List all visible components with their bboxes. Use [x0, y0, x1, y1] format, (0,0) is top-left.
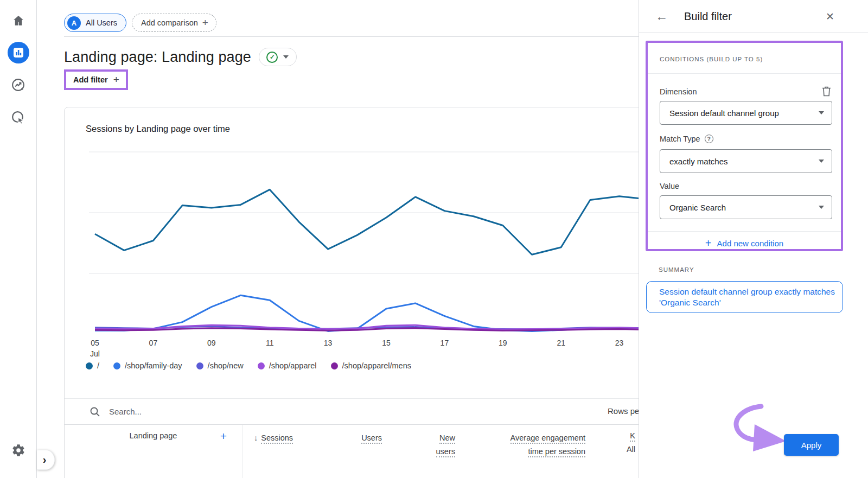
panel-title: Build filter — [684, 10, 732, 23]
column-divider — [242, 425, 242, 478]
sessions-line-chart — [65, 107, 639, 337]
x-tick: 23 — [615, 337, 624, 348]
legend-item: /shop/new — [196, 361, 244, 370]
dimension-column-header[interactable]: Landing page + — [65, 431, 242, 440]
close-icon[interactable]: ✕ — [826, 10, 834, 23]
column-header-sessions[interactable]: ↓Sessions — [254, 431, 293, 445]
add-filter-button[interactable]: Add filter + — [66, 72, 126, 88]
advertising-icon[interactable] — [8, 106, 29, 128]
conditions-highlight-box: CONDITIONS (BUILD UP TO 5) Dimension Ses… — [646, 41, 843, 251]
filter-summary-chip: Session default channel group exactly ma… — [646, 281, 843, 313]
series-dot — [86, 362, 93, 369]
chevron-down-icon — [819, 111, 824, 114]
value-select[interactable]: Organic Search — [660, 195, 832, 219]
report-card: Sessions by Landing page over time 05Jul… — [64, 107, 639, 478]
divider — [648, 231, 841, 232]
legend-item: /shop/apparel/mens — [331, 361, 411, 370]
gear-icon[interactable] — [8, 439, 29, 461]
chevron-down-icon — [819, 206, 824, 209]
table-header: Landing page + ↓Sessions Users Newusers … — [65, 424, 639, 478]
main-content: A All Users Add comparison + Landing pag… — [37, 0, 639, 478]
series-dot — [258, 362, 265, 369]
match-type-label: Match Type ? — [660, 135, 713, 143]
x-tick: 15 — [382, 337, 391, 348]
x-tick: 11 — [266, 337, 274, 348]
expand-nav-button[interactable]: › — [37, 450, 55, 470]
plus-icon: + — [202, 17, 208, 29]
plus-icon: + — [113, 74, 119, 86]
add-filter-highlight-box: Add filter + — [64, 69, 128, 90]
series-dot — [113, 362, 120, 369]
divider — [639, 33, 868, 33]
x-tick: 17 — [441, 337, 449, 348]
add-comparison-label: Add comparison — [141, 18, 198, 27]
match-type-select[interactable]: exactly matches — [660, 149, 832, 173]
series-dot — [196, 362, 203, 369]
page-title: Landing page: Landing page — [64, 49, 251, 66]
x-tick: 09 — [207, 337, 216, 348]
conditions-title: CONDITIONS (BUILD UP TO 5) — [660, 56, 763, 62]
x-tick: 21 — [557, 337, 565, 348]
all-users-label: All Users — [86, 18, 117, 27]
legend-item: /shop/family-day — [113, 361, 182, 370]
x-tick: 05Jul — [90, 337, 100, 359]
divider — [648, 73, 841, 74]
x-tick: 19 — [499, 337, 507, 348]
trash-icon[interactable] — [822, 86, 831, 99]
panel-header: ← Build filter ✕ — [639, 0, 868, 33]
plus-icon: + — [705, 237, 712, 250]
legend-item: / — [86, 361, 99, 370]
all-users-chip[interactable]: A All Users — [64, 14, 126, 32]
app-root: › A All Users Add comparison + Landing p… — [0, 0, 868, 478]
explore-icon[interactable] — [8, 74, 29, 95]
column-header-users[interactable]: Users — [317, 431, 382, 445]
chevron-down-icon — [819, 160, 824, 163]
add-filter-label: Add filter — [73, 75, 108, 84]
x-axis: 05Jul 07 09 11 13 15 17 19 21 23 — [65, 337, 639, 361]
build-filter-panel: ← Build filter ✕ CONDITIONS (BUILD UP TO… — [639, 0, 868, 478]
check-circle-icon: ✓ — [266, 52, 278, 63]
search-icon — [90, 406, 100, 417]
back-arrow-icon[interactable]: ← — [655, 9, 668, 24]
home-icon[interactable] — [8, 10, 29, 31]
x-tick: 13 — [324, 337, 333, 348]
search-input[interactable] — [109, 407, 326, 416]
series-dot — [331, 362, 338, 369]
sort-desc-icon: ↓ — [254, 434, 258, 442]
add-new-condition-button[interactable]: + Add new condition — [648, 237, 841, 250]
add-comparison-chip[interactable]: Add comparison + — [132, 14, 216, 32]
table-search-row: Rows per — [65, 399, 639, 424]
value-label: Value — [660, 182, 679, 190]
left-nav — [0, 0, 37, 478]
avatar: A — [67, 16, 81, 30]
add-column-icon[interactable]: + — [220, 430, 227, 443]
reports-icon[interactable] — [8, 42, 29, 63]
column-header-new-users[interactable]: Newusers — [390, 431, 455, 458]
legend-item: /shop/apparel — [258, 361, 317, 370]
column-header-clipped[interactable]: KAll — [596, 429, 635, 456]
report-status-dropdown[interactable]: ✓ — [259, 48, 297, 66]
summary-label: SUMMARY — [659, 266, 694, 273]
dimension-select[interactable]: Session default channel group — [660, 101, 832, 125]
help-icon[interactable]: ? — [705, 135, 713, 143]
chevron-right-icon: › — [43, 454, 47, 466]
x-tick: 07 — [149, 337, 158, 348]
chart-legend: / /shop/family-day /shop/new /shop/appar… — [86, 361, 411, 370]
divider — [64, 36, 639, 37]
dimension-label: Dimension — [660, 87, 697, 96]
rows-per-page-label: Rows per — [608, 406, 639, 416]
comparison-chip-row: A All Users Add comparison + — [64, 14, 216, 32]
chevron-down-icon — [283, 55, 289, 59]
apply-button[interactable]: Apply — [784, 434, 839, 456]
column-header-avg-engagement[interactable]: Average engagementtime per session — [451, 431, 585, 458]
